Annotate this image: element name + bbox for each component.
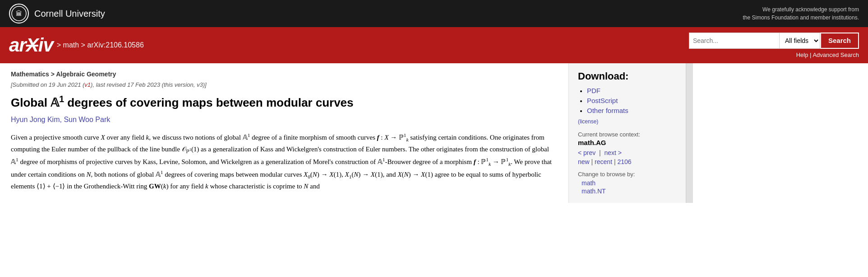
advanced-search-link[interactable]: Advanced Search (813, 52, 859, 58)
search-links: Help | Advanced Search (796, 52, 859, 58)
browse-context-label: Current browse context: (578, 131, 677, 138)
svg-text:🏛: 🏛 (16, 10, 22, 17)
search-button[interactable]: Search (820, 33, 859, 49)
year-2106-link[interactable]: 2106 (617, 158, 631, 165)
other-formats-link[interactable]: Other formats (587, 107, 628, 114)
browse-context-value: math.AG (578, 139, 677, 146)
change-browse-label: Change to browse by: (578, 171, 677, 178)
recent-link[interactable]: recent (595, 158, 612, 165)
cornell-shield-icon: 🏛 (9, 4, 29, 23)
pdf-link[interactable]: PDF (587, 87, 600, 94)
breadcrumb-separator: > (51, 70, 56, 78)
search-area: All fields Title Authors Abstract DOI Se… (689, 33, 859, 58)
author-hyun-jong-kim-link[interactable]: Hyun Jong Kim (11, 116, 60, 123)
breadcrumb-arxiv-id-link[interactable]: arXiv:2106.10586 (87, 41, 143, 49)
arxiv-logo-area: arXiv > math > arXiv:2106.10586 (9, 36, 144, 55)
browse-nav-new-recent: new | recent | 2106 (578, 158, 677, 165)
download-postscript-item: PostScript (587, 97, 677, 105)
browse-math-link[interactable]: math (582, 179, 677, 187)
v1-link[interactable]: v1 (84, 81, 91, 88)
breadcrumb-algebraic-geometry-link[interactable]: Algebraic Geometry (56, 70, 116, 78)
cornell-bar: 🏛 Cornell University We gratefully ackno… (0, 0, 868, 27)
search-field-select[interactable]: All fields Title Authors Abstract DOI (779, 33, 820, 49)
cornell-logo: 🏛 Cornell University (9, 4, 105, 23)
search-input[interactable] (689, 33, 779, 49)
search-row: All fields Title Authors Abstract DOI Se… (689, 33, 859, 49)
download-other-formats-item: Other formats (587, 107, 677, 115)
breadcrumb: Mathematics > Algebraic Geometry (11, 70, 558, 78)
change-browse-links: math math.NT (578, 179, 677, 195)
abstract-text: Given a projective smooth curve X over a… (11, 131, 558, 192)
arxiv-header: arXiv > math > arXiv:2106.10586 All fiel… (0, 27, 868, 63)
cornell-university-name: Cornell University (34, 9, 105, 19)
prev-link[interactable]: < prev (578, 149, 596, 156)
arxiv-breadcrumb: > math > arXiv:2106.10586 (57, 41, 144, 49)
submission-info: [Submitted on 19 Jun 2021 (v1), last rev… (11, 81, 558, 88)
next-link[interactable]: next > (605, 149, 622, 156)
paper-title: Global 𝔸1 degrees of covering maps betwe… (11, 94, 558, 110)
cornell-support-text: We gratefully acknowledge support from t… (743, 5, 859, 22)
author-sun-woo-park-link[interactable]: Sun Woo Park (64, 116, 110, 123)
license-link[interactable]: (license) (578, 118, 677, 125)
postscript-link[interactable]: PostScript (587, 97, 618, 104)
arxiv-logo: arXiv (9, 36, 53, 55)
main-content: Mathematics > Algebraic Geometry [Submit… (0, 63, 568, 203)
download-list: PDF PostScript Other formats (578, 87, 677, 115)
content-wrapper: Mathematics > Algebraic Geometry [Submit… (0, 63, 868, 203)
download-pdf-item: PDF (587, 87, 677, 95)
authors: Hyun Jong Kim, Sun Woo Park (11, 116, 558, 124)
scrollbar[interactable] (686, 63, 693, 203)
browse-nav: < prev | next > (578, 149, 677, 156)
new-link[interactable]: new (578, 158, 590, 165)
breadcrumb-math-link[interactable]: math (63, 41, 79, 49)
download-title: Download: (578, 70, 677, 82)
help-link[interactable]: Help (796, 52, 808, 58)
breadcrumb-mathematics-link[interactable]: Mathematics (11, 70, 49, 78)
browse-math-nt-link[interactable]: math.NT (582, 188, 677, 195)
sidebar: Download: PDF PostScript Other formats (… (568, 63, 686, 203)
